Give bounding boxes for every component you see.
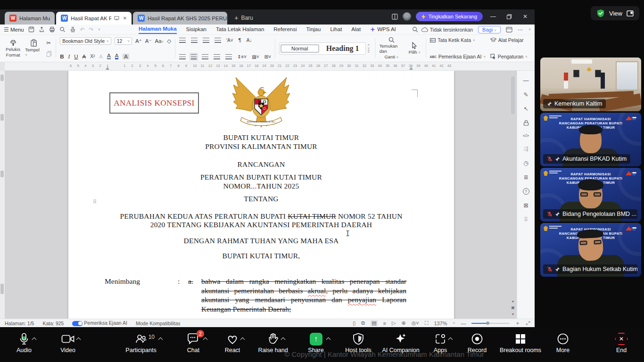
ribbon-tab-page-layout[interactable]: Tata Letak Halaman [216,25,264,33]
font-color-icon[interactable]: A [115,53,119,59]
participant-video-2[interactable]: RAPAT HARMONISASI RANCANGAN PERATURAN BU… [540,113,641,166]
share-options-chevron[interactable] [326,337,330,342]
style-gallery-scroll[interactable]: ˄˅˅ [366,43,372,54]
grow-font-icon[interactable]: A⁺ [135,38,142,44]
record-button[interactable]: Record [462,332,492,354]
chevron-down-icon[interactable]: ˅ [98,27,100,32]
ribbon-tab-home[interactable]: Halaman Muka [139,25,177,34]
prev-page-icon[interactable]: ▲ [512,299,515,303]
change-case-icon[interactable]: Aa˅ [155,38,164,44]
zoom-slider-knob[interactable] [486,321,489,325]
ribbon-tab-review[interactable]: Tinjau [306,25,321,33]
undo-icon[interactable]: ↶ [80,26,85,33]
distribute-icon[interactable] [225,54,232,59]
ai-companion-button[interactable]: AI Companion [380,332,421,354]
fill-color-icon[interactable]: ▨˅ [252,54,259,59]
paste-button[interactable]: Tempel ˅ [25,37,42,60]
left-panel-handle[interactable] [0,74,4,81]
settings-button[interactable]: Pengaturan˅ [490,54,532,59]
font-size-select[interactable]: 12˅ [115,37,132,45]
split-window-icon[interactable] [392,14,398,20]
borders-icon[interactable]: ⊞˅ [264,54,271,59]
chat-options-chevron[interactable] [203,337,208,342]
toolbar-options-icon[interactable] [506,27,512,33]
single-page-view-icon[interactable]: ▯ [353,320,355,326]
shading-icon[interactable]: A [123,54,129,59]
close-window-icon[interactable]: ✕ [520,13,531,20]
ribbon-tab-wps-ai[interactable]: WPS AI [370,25,396,33]
new-tab-button[interactable]: + Baru [234,14,253,22]
decrease-indent-icon[interactable] [203,38,209,43]
text-direction-icon[interactable]: ʹA˅ [226,38,233,43]
cut-icon[interactable]: ✂ [46,40,52,46]
spell-check-button[interactable]: ABC Pemeriksa Ejaan AI˅ [430,54,487,59]
vertical-scrollbar[interactable] [510,73,516,317]
video-button[interactable]: Video [51,332,85,354]
breakout-rooms-button[interactable]: Breakout rooms [498,332,543,354]
audio-options-chevron[interactable] [32,337,37,342]
code-icon[interactable]: </> [522,133,530,138]
help-icon[interactable]: ? [523,188,529,195]
share-button[interactable]: ↑ Share [301,332,331,354]
sort-icon[interactable]: A↓ [247,38,252,43]
ribbon-tab-view[interactable]: Lihat [330,25,342,33]
superscript-icon[interactable]: X² [90,54,95,59]
outline-tree-icon[interactable]: ≣ [522,174,530,181]
typography-button[interactable]: A≡ Tata Ketik Kata˅ [430,37,487,43]
font-name-select[interactable]: Bookman Old Style˅ [60,37,111,45]
participants-options-chevron[interactable] [158,337,163,342]
zoom-in-icon[interactable]: ＋ [515,320,520,327]
page-shift-view-icon[interactable]: ⧉ [361,320,365,326]
ribbon-tab-insert[interactable]: Sisipkan [186,25,206,33]
redo-icon[interactable]: ↷ [89,26,94,33]
spell-check-toggle[interactable]: Pemeriksa Ejaan AI [72,320,127,326]
history-clock-icon[interactable]: ◷ [522,160,530,166]
ribbon-tab-references[interactable]: Referensi [273,25,297,33]
word-count[interactable]: Kata: 925 [42,321,64,326]
read-mode-icon[interactable]: ▷ [392,320,396,326]
bold-icon[interactable]: B [60,54,64,59]
sync-status[interactable]: Tidak tersinkronkan [421,27,473,33]
study-tools-button[interactable]: Alat Pelajar [490,37,532,43]
lock-icon[interactable] [522,120,530,126]
participant-video-3[interactable]: RAPAT HARMONISASI RANCANGAN PERATURAN BU… [540,168,641,222]
fit-page-icon[interactable]: ⛶ [425,320,429,326]
share-document-button[interactable]: Bagi ˅ [478,26,501,33]
apps-options-chevron[interactable] [448,337,453,342]
scrollbar-thumb[interactable] [511,76,515,114]
chat-button[interactable]: 2 Chat [178,332,208,354]
participants-button[interactable]: 10 Participants [120,332,162,354]
left-panel-handle[interactable] [0,171,4,177]
left-panel-handle[interactable] [0,284,4,294]
audio-button[interactable]: Audio [8,332,40,354]
close-tab-icon[interactable]: ✕ [123,16,127,21]
raise-hand-options-chevron[interactable] [281,337,286,342]
web-layout-icon[interactable]: ⊕ [401,320,405,326]
apps-button[interactable]: Apps [427,332,454,354]
upgrade-button[interactable]: Tingkatkan Sekarang [416,12,483,21]
collapse-ribbon-icon[interactable]: ˄ [528,27,531,32]
select-browse-icon[interactable]: ▣ [511,305,515,310]
highlight-pen-icon[interactable]: A [107,53,111,59]
tab-document-2[interactable]: W Hasil Rapat AK SHS 2025 PERUBAHA [133,12,227,25]
zoom-view-control[interactable]: View [591,6,639,20]
react-options-chevron[interactable] [240,337,245,342]
next-page-icon[interactable]: ▼ [512,313,515,316]
align-left-icon[interactable] [179,54,186,59]
minimize-window-icon[interactable]: — [487,13,499,20]
print-icon[interactable] [49,26,55,33]
host-tools-button[interactable]: Host tools [340,332,376,354]
find-replace-button[interactable]: Temukan dan Ganti ˅ [380,37,404,60]
apps-grid-icon[interactable]: ⠿ [522,216,530,223]
user-avatar[interactable] [403,12,411,21]
shrink-font-icon[interactable]: A⁻ [145,38,152,44]
filters-icon[interactable]: ⇶ [522,146,530,152]
left-panel-handle[interactable] [0,114,4,121]
style-heading1[interactable]: Heading 1 [320,43,365,54]
format-painter-button[interactable]: Pelukis Format [5,37,21,60]
end-meeting-button[interactable]: ✕ End [607,332,636,354]
numbered-list-icon[interactable] [191,38,198,43]
document-page[interactable]: ANALISIS KONSEPSI [68,71,454,319]
line-spacing-icon[interactable]: ⇕≡˅ [237,54,247,59]
outline-text-icon[interactable]: A [99,54,103,59]
